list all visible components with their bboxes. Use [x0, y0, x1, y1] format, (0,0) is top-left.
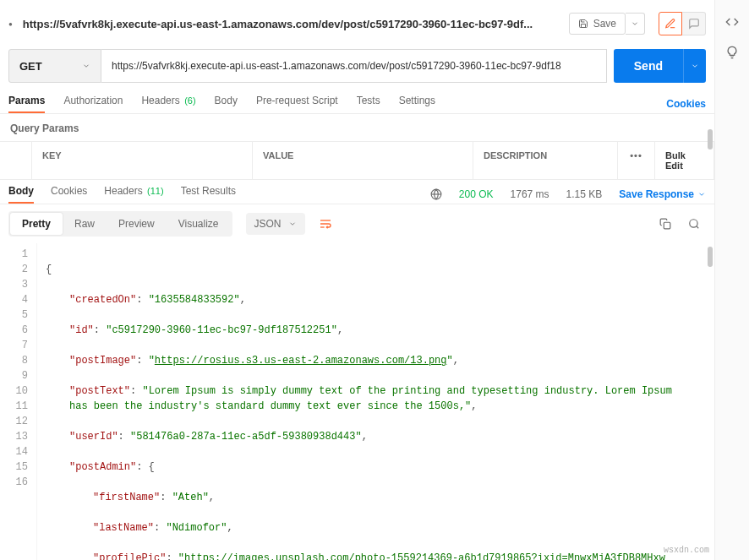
- copy-icon: [659, 218, 671, 230]
- wrap-icon: [319, 217, 332, 231]
- globe-icon[interactable]: [430, 188, 442, 200]
- svg-point-5: [690, 220, 697, 227]
- pencil-icon: [664, 18, 676, 30]
- send-options-button[interactable]: [683, 49, 706, 83]
- copy-button[interactable]: [653, 212, 677, 236]
- qp-key-col: KEY: [32, 142, 253, 179]
- request-tabs: Params Authorization Headers (6) Body Pr…: [0, 90, 714, 114]
- response-view-row: Pretty Raw Preview Visualize JSON: [0, 204, 714, 243]
- view-mode-group: Pretty Raw Preview Visualize: [8, 211, 232, 237]
- tab-res-cookies[interactable]: Cookies: [51, 185, 87, 204]
- query-params-title: Query Params: [0, 114, 714, 141]
- request-title[interactable]: https://5vafvrk8kj.execute-api.us-east-1…: [23, 18, 562, 30]
- code-scrollbar-thumb[interactable]: [708, 247, 713, 267]
- scrollbar-thumb[interactable]: [708, 129, 713, 150]
- qp-more-button[interactable]: •••: [618, 142, 655, 179]
- bulk-edit-button[interactable]: Bulk Edit: [655, 142, 714, 179]
- code-panel-button[interactable]: [725, 15, 739, 29]
- view-visualize[interactable]: Visualize: [167, 213, 231, 235]
- send-button[interactable]: Send: [614, 49, 683, 83]
- qp-desc-col: DESCRIPTION: [473, 142, 618, 179]
- view-pretty[interactable]: Pretty: [10, 213, 63, 235]
- view-raw[interactable]: Raw: [63, 213, 107, 235]
- code-icon: [725, 15, 739, 29]
- tab-res-tests[interactable]: Test Results: [181, 185, 236, 204]
- url-row: GET https://5vafvrk8kj.execute-api.us-ea…: [0, 42, 714, 90]
- tab-headers[interactable]: Headers (6): [141, 95, 195, 113]
- save-response-button[interactable]: Save Response: [619, 188, 706, 200]
- side-panel: [715, 0, 749, 560]
- search-button[interactable]: [682, 212, 706, 236]
- chevron-down-icon: [691, 62, 699, 70]
- tab-prerequest[interactable]: Pre-request Script: [256, 95, 338, 113]
- method-value: GET: [19, 60, 42, 73]
- info-panel-button[interactable]: [725, 46, 739, 59]
- request-tab-bar: ● https://5vafvrk8kj.execute-api.us-east…: [0, 0, 714, 42]
- tab-res-headers[interactable]: Headers (11): [104, 185, 163, 204]
- comment-icon-button[interactable]: [682, 12, 706, 35]
- response-size: 1.15 KB: [566, 188, 603, 200]
- cookies-link[interactable]: Cookies: [666, 98, 706, 110]
- tab-authorization[interactable]: Authorization: [63, 95, 123, 113]
- line-gutter: 12345 678910 111213141516: [0, 243, 37, 560]
- response-body[interactable]: 12345 678910 111213141516 { "createdOn":…: [0, 243, 714, 560]
- tab-res-body[interactable]: Body: [8, 185, 34, 204]
- method-select[interactable]: GET: [8, 49, 101, 83]
- chevron-down-icon: [288, 220, 297, 228]
- save-options-button[interactable]: [626, 13, 645, 35]
- response-tabs: Body Cookies Headers (11) Test Results 2…: [0, 180, 714, 204]
- comment-icon: [688, 18, 700, 30]
- url-input[interactable]: https://5vafvrk8kj.execute-api.us-east-1…: [101, 49, 607, 83]
- save-icon: [578, 19, 588, 29]
- code-source[interactable]: { "createdOn": "1635584833592", "id": "c…: [37, 243, 714, 560]
- qp-checkbox-col: [0, 142, 32, 179]
- save-button[interactable]: Save: [569, 13, 626, 35]
- tab-tests[interactable]: Tests: [357, 95, 380, 113]
- response-time: 1767 ms: [511, 188, 549, 200]
- qp-value-col: VALUE: [253, 142, 473, 179]
- tab-params[interactable]: Params: [8, 95, 45, 113]
- wrap-lines-button[interactable]: [314, 212, 337, 236]
- svg-rect-4: [664, 222, 670, 229]
- chevron-down-icon: [697, 190, 706, 198]
- tab-settings[interactable]: Settings: [399, 95, 435, 113]
- edit-icon-button[interactable]: [659, 12, 682, 35]
- tab-body[interactable]: Body: [215, 95, 238, 113]
- chevron-down-icon: [82, 62, 90, 70]
- watermark: wsxdn.com: [664, 546, 709, 555]
- query-params-header: KEY VALUE DESCRIPTION ••• Bulk Edit: [0, 141, 714, 180]
- search-icon: [688, 218, 700, 230]
- save-label: Save: [593, 18, 616, 30]
- chevron-down-icon: [631, 19, 639, 28]
- view-preview[interactable]: Preview: [107, 213, 167, 235]
- method-indicator: ●: [8, 20, 13, 28]
- language-select[interactable]: JSON: [246, 213, 305, 235]
- svg-line-6: [697, 226, 699, 229]
- status-code: 200 OK: [459, 188, 494, 200]
- lightbulb-icon: [725, 46, 739, 59]
